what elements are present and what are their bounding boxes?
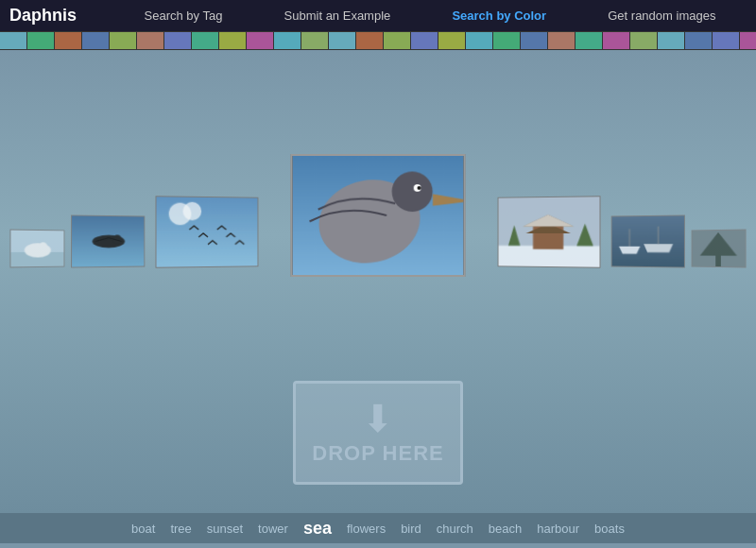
carousel-item-center[interactable] xyxy=(291,154,466,277)
drop-zone-label: DROP HERE xyxy=(312,441,443,466)
tag-bird[interactable]: bird xyxy=(401,522,421,536)
strip-thumb[interactable] xyxy=(356,32,383,49)
strip-thumb[interactable] xyxy=(82,32,109,49)
strip-thumb[interactable] xyxy=(164,32,191,49)
carousel-image-far-right xyxy=(693,231,746,267)
nav-random-images[interactable]: Get random images xyxy=(600,5,723,26)
nav-submit-example[interactable]: Submit an Example xyxy=(277,5,399,26)
drop-zone[interactable]: ⬇ DROP HERE xyxy=(293,381,463,485)
strip-inner xyxy=(0,32,756,49)
image-carousel xyxy=(0,154,756,371)
strip-thumb[interactable] xyxy=(384,32,410,49)
strip-thumb[interactable] xyxy=(219,32,246,49)
strip-thumb[interactable] xyxy=(0,32,26,49)
main-content: ⬇ DROP HERE xyxy=(0,50,756,513)
strip-thumb[interactable] xyxy=(438,32,465,49)
strip-thumb[interactable] xyxy=(27,32,54,49)
carousel-item-left1[interactable] xyxy=(155,196,258,267)
strip-thumb[interactable] xyxy=(493,32,520,49)
strip-thumb[interactable] xyxy=(274,32,301,49)
tag-tree[interactable]: tree xyxy=(170,522,191,536)
strip-thumb[interactable] xyxy=(192,32,218,49)
strip-thumb[interactable] xyxy=(301,32,328,49)
carousel-item-right1[interactable] xyxy=(498,196,601,267)
strip-thumb[interactable] xyxy=(548,32,575,49)
strip-thumb[interactable] xyxy=(603,32,629,49)
carousel-item-left2[interactable] xyxy=(71,214,145,267)
carousel-image-center xyxy=(293,156,464,275)
tag-beach[interactable]: beach xyxy=(489,522,522,536)
strip-thumb[interactable] xyxy=(329,32,355,49)
tag-tower[interactable]: tower xyxy=(258,522,288,536)
strip-thumb[interactable] xyxy=(466,32,492,49)
logo: Daphnis xyxy=(9,6,85,26)
strip-thumb[interactable] xyxy=(713,32,739,49)
tag-boats[interactable]: boats xyxy=(594,522,625,536)
strip-thumb[interactable] xyxy=(55,32,81,49)
thumbnail-strip xyxy=(0,31,756,50)
tag-harbour[interactable]: harbour xyxy=(537,522,579,536)
drop-arrow-icon: ⬇ xyxy=(362,400,394,437)
carousel-item-right2[interactable] xyxy=(611,214,685,267)
carousel-image-left2 xyxy=(72,215,144,266)
carousel-image-far-left xyxy=(10,231,63,267)
strip-thumb[interactable] xyxy=(411,32,438,49)
strip-thumb[interactable] xyxy=(685,32,712,49)
tag-sea[interactable]: sea xyxy=(303,519,332,539)
strip-thumb[interactable] xyxy=(247,32,273,49)
strip-thumb[interactable] xyxy=(630,32,657,49)
carousel-image-left1 xyxy=(157,197,258,266)
strip-thumb[interactable] xyxy=(521,32,547,49)
carousel-image-right1 xyxy=(499,197,600,266)
tag-sunset[interactable]: sunset xyxy=(207,522,243,536)
nav-search-by-color[interactable]: Search by Color xyxy=(444,5,554,26)
nav-search-by-tag[interactable]: Search by Tag xyxy=(137,5,231,26)
tag-church[interactable]: church xyxy=(437,522,473,536)
tag-boat[interactable]: boat xyxy=(131,522,155,536)
tag-flowers[interactable]: flowers xyxy=(347,522,386,536)
strip-thumb[interactable] xyxy=(740,32,756,49)
strip-thumb[interactable] xyxy=(576,32,602,49)
strip-thumb[interactable] xyxy=(110,32,136,49)
carousel-item-far-left[interactable] xyxy=(9,230,64,268)
strip-thumb[interactable] xyxy=(137,32,163,49)
carousel-item-far-right[interactable] xyxy=(692,230,747,268)
main-nav: Search by Tag Submit an Example Search b… xyxy=(113,5,747,26)
strip-thumb[interactable] xyxy=(658,32,684,49)
header: Daphnis Search by Tag Submit an Example … xyxy=(0,0,756,31)
carousel-image-right2 xyxy=(612,215,684,266)
footer-tags: boat tree sunset tower sea flowers bird … xyxy=(0,513,756,543)
